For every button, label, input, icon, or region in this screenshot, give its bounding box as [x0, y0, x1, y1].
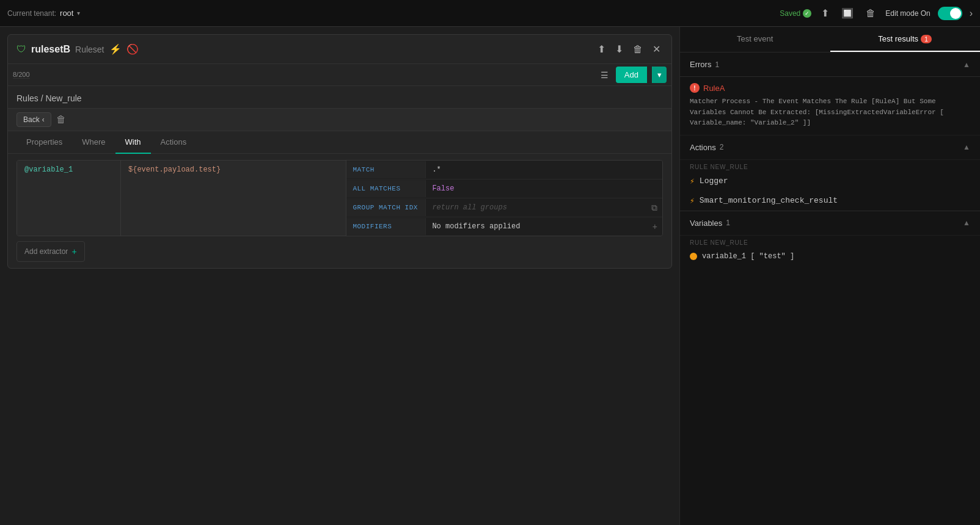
add-extractor-button[interactable]: Add extractor + [16, 241, 85, 262]
add-button[interactable]: Add [616, 67, 647, 83]
shield-icon: 🛡 [16, 44, 26, 55]
all-matches-key: ALL MATCHES [346, 180, 426, 197]
tenant-chevron-icon[interactable]: ▾ [77, 10, 80, 16]
tab-properties[interactable]: Properties [16, 131, 72, 154]
variable-dot-icon [690, 253, 697, 260]
action-smart-monitoring: ⚡ Smart_monitoring_check_result [680, 191, 980, 211]
match-field: MATCH .* [346, 161, 662, 179]
rule-delete-button[interactable]: 🗑 [56, 114, 66, 125]
all-matches-field: ALL MATCHES False [346, 179, 662, 198]
error-circle-icon: ! [690, 83, 700, 93]
action-bolt-icon-2: ⚡ [690, 196, 695, 206]
bolt-icon: ⚡ [109, 43, 122, 55]
error-message: Matcher Process - The Event Matches The … [690, 96, 970, 129]
ruleset-name: rulesetB [31, 44, 70, 55]
test-results-badge: Test results 1 [878, 34, 932, 43]
tab-with[interactable]: With [115, 131, 151, 154]
group-match-key: GROUP MATCH IDX [346, 199, 426, 216]
copy-icon[interactable]: ⧉ [646, 200, 662, 215]
variables-collapse-icon: ▲ [963, 219, 970, 227]
tab-actions[interactable]: Actions [151, 131, 197, 154]
tab-where[interactable]: Where [72, 131, 115, 154]
saved-checkmark-icon: ✓ [803, 9, 811, 18]
card-close-icon[interactable]: ✕ [650, 41, 663, 57]
export-icon[interactable]: 🔲 [839, 5, 856, 21]
variables-count: 1 [726, 219, 730, 227]
error-item: ! RuleA Matcher Process - The Event Matc… [680, 77, 980, 136]
actions-count: 2 [720, 143, 724, 151]
delete-icon[interactable]: 🗑 [863, 5, 878, 21]
errors-collapse-icon: ▲ [963, 60, 970, 69]
variables-title: Variables 1 [690, 219, 730, 228]
variables-section: Variables 1 ▲ RULE NEW_RULE variable_1 [… [680, 211, 980, 266]
variable-name: @variable_1 [24, 165, 73, 174]
saved-badge: Saved ✓ [780, 9, 811, 18]
actions-label: Actions [690, 143, 716, 152]
errors-section: Errors 1 ▲ ! RuleA Matcher Process - The… [680, 52, 980, 136]
stop-icon: 🚫 [126, 43, 139, 55]
upload-icon[interactable]: ⬆ [595, 41, 608, 57]
rule-card: 🛡 rulesetB Ruleset ⚡ 🚫 ⬆ ⬇ 🗑 ✕ 8/200 ☰ A… [7, 34, 672, 269]
error-rule-label: RuleA [703, 84, 725, 93]
left-panel: 🛡 rulesetB Ruleset ⚡ 🚫 ⬆ ⬇ 🗑 ✕ 8/200 ☰ A… [0, 27, 679, 525]
group-match-value[interactable]: return all groups [426, 198, 646, 217]
rule-count: 8/200 [13, 71, 30, 79]
edit-mode-toggle[interactable] [938, 7, 962, 20]
extractor-section: @variable_1 ${event.payload.test} MATCH … [8, 154, 671, 268]
rule-card-header: 🛡 rulesetB Ruleset ⚡ 🚫 ⬆ ⬇ 🗑 ✕ [8, 35, 671, 64]
modifiers-field: MODIFIERS No modifiers applied + [346, 217, 662, 236]
toggle-knob [950, 8, 961, 19]
edit-mode-label: Edit mode On [885, 9, 930, 18]
variable-item: variable_1 [ "test" ] [680, 247, 980, 266]
share-icon[interactable]: ⬆ [819, 5, 832, 21]
tenant-label: Current tenant: [7, 9, 56, 18]
extractor-row: @variable_1 ${event.payload.test} MATCH … [16, 160, 663, 236]
action-smart-monitoring-name: Smart_monitoring_check_result [700, 196, 838, 205]
add-modifier-icon[interactable]: + [648, 219, 662, 234]
back-button[interactable]: Back ‹ [16, 112, 51, 127]
extractor-variable: @variable_1 [17, 161, 121, 236]
test-results-label: Test results [878, 34, 918, 43]
breadcrumb: Rules / New_rule [8, 86, 671, 108]
action-logger: ⚡ Logger [680, 172, 980, 191]
actions-section: Actions 2 ▲ RULE NEW_RULE ⚡ Logger ⚡ Sma… [680, 136, 980, 211]
match-value[interactable]: .* [426, 161, 662, 179]
match-key: MATCH [346, 161, 426, 178]
add-dropdown-button[interactable]: ▾ [652, 67, 667, 83]
expand-icon[interactable]: › [970, 8, 973, 19]
card-header-actions: ⬆ ⬇ 🗑 ✕ [595, 41, 663, 57]
actions-title: Actions 2 [690, 143, 723, 152]
right-tabs: Test event Test results 1 [680, 27, 980, 52]
actions-collapse-icon: ▲ [963, 143, 970, 151]
extractor-expression[interactable]: ${event.payload.test} [121, 161, 346, 236]
modifiers-key: MODIFIERS [346, 218, 426, 235]
errors-label: Errors [690, 60, 711, 69]
right-content: Errors 1 ▲ ! RuleA Matcher Process - The… [680, 52, 980, 525]
action-logger-name: Logger [700, 176, 728, 186]
test-event-tab[interactable]: Test event [680, 27, 830, 52]
view-toggle-icon[interactable]: ☰ [598, 68, 611, 82]
errors-count: 1 [715, 60, 719, 69]
variables-header[interactable]: Variables 1 ▲ [680, 211, 980, 236]
main-layout: 🛡 rulesetB Ruleset ⚡ 🚫 ⬆ ⬇ 🗑 ✕ 8/200 ☰ A… [0, 27, 980, 525]
modifiers-value[interactable]: No modifiers applied [426, 217, 647, 236]
test-event-label: Test event [737, 34, 773, 43]
errors-section-header[interactable]: Errors 1 ▲ [680, 52, 980, 77]
download-icon[interactable]: ⬇ [613, 41, 626, 57]
variables-rule-label: RULE NEW_RULE [680, 236, 980, 247]
all-matches-value[interactable]: False [426, 179, 662, 198]
expression-value: ${event.payload.test} [128, 165, 221, 174]
errors-title: Errors 1 [690, 60, 719, 69]
back-row: Back ‹ 🗑 [8, 108, 671, 131]
variable-name-text: variable_1 [ "test" ] [702, 252, 794, 261]
actions-rule-label: RULE NEW_RULE [680, 160, 980, 172]
extractor-rules: MATCH .* ALL MATCHES False GROUP MATCH I… [346, 161, 662, 236]
tenant-name: root [60, 9, 73, 18]
card-delete-icon[interactable]: 🗑 [631, 42, 645, 57]
add-extractor-plus-icon: + [71, 247, 76, 256]
variables-label: Variables [690, 219, 722, 228]
actions-header[interactable]: Actions 2 ▲ [680, 136, 980, 160]
ruleset-type: Ruleset [75, 45, 104, 54]
test-results-tab[interactable]: Test results 1 [830, 27, 981, 52]
tabs: Properties Where With Actions [8, 131, 671, 154]
